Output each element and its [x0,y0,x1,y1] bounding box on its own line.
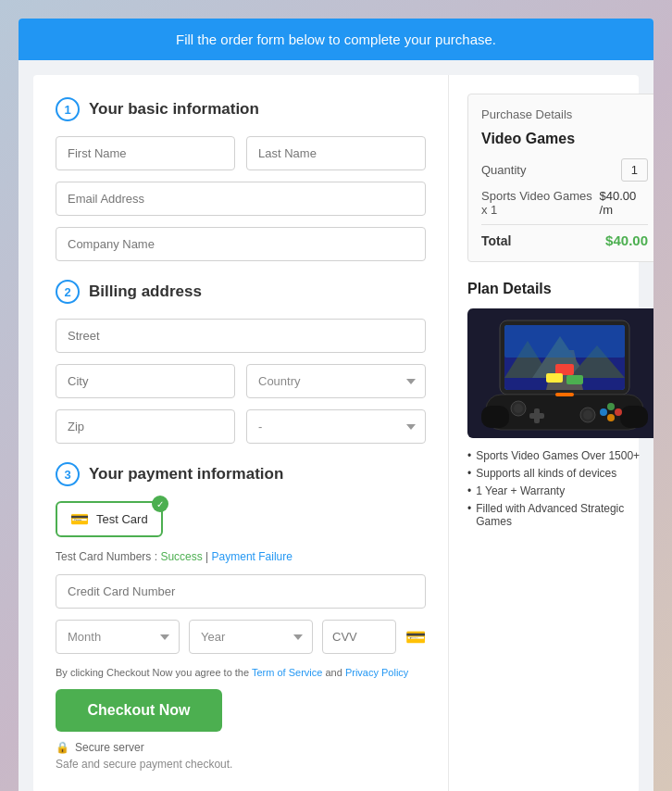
step1-circle: 1 [56,97,80,121]
terms-and: and [325,667,342,678]
email-input[interactable] [56,182,426,216]
terms-text: By clicking Checkout Now you agree to th… [56,667,426,678]
credit-card-input[interactable] [56,574,426,609]
total-row: Total $40.00 [481,232,648,248]
step1-header: 1 Your basic information [56,97,426,121]
card-option[interactable]: 💳 Test Card ✓ [56,501,163,537]
purchase-details-title: Purchase Details [481,107,648,121]
product-name: Video Games [481,131,648,147]
checkout-button[interactable]: Checkout Now [56,689,222,732]
total-price: $40.00 [605,232,648,248]
quantity-label: Quantity [481,163,526,177]
test-card-label: Test Card Numbers : [56,550,157,563]
svg-point-21 [607,403,615,410]
credit-card-icon: 💳 [405,627,426,647]
svg-rect-10 [546,373,563,383]
svg-rect-20 [529,413,544,419]
svg-rect-13 [481,406,509,428]
svg-rect-8 [504,325,625,358]
step2-header: 2 Billing address [56,280,426,304]
svg-point-22 [615,408,622,416]
main-content: 1 Your basic information [33,75,639,791]
city-country-row: Country [56,364,426,398]
country-select[interactable]: Country [246,364,426,398]
company-input[interactable] [56,227,426,261]
card-icon: 💳 [70,510,89,528]
zip-row: - [56,409,426,444]
plan-details-title: Plan Details [467,281,653,297]
section-payment: 3 Your payment information 💳 Test Card ✓… [56,462,426,771]
svg-point-23 [600,408,607,416]
step3-title: Your payment information [89,465,283,483]
state-select[interactable]: - [246,409,426,444]
email-row [56,182,426,216]
month-select[interactable]: Month [56,620,180,654]
year-select[interactable]: Year [189,620,313,654]
purchase-details-box: Purchase Details Video Games Quantity 1 … [467,94,653,262]
section-basic-info: 1 Your basic information [56,97,426,261]
feature-item-2: • Supports all kinds of devices [467,467,653,480]
secure-label: Secure server [75,741,144,754]
terms-prefix: By clicking Checkout Now you agree to th… [56,667,249,678]
step2-title: Billing address [89,282,202,301]
product-image [467,308,653,438]
last-name-input[interactable] [246,136,426,170]
privacy-link[interactable]: Privacy Policy [345,667,408,678]
divider [481,224,648,225]
features-list: • Sports Video Games Over 1500+ • Suppor… [467,449,653,528]
success-link[interactable]: Success [160,550,202,563]
svg-point-24 [607,414,615,421]
street-row [56,319,426,353]
feature-item-1: • Sports Video Games Over 1500+ [467,449,653,462]
feature-item-3: • 1 Year + Warranty [467,484,653,497]
cvv-row: Month Year 💳 [56,620,426,654]
separator: | [205,550,208,563]
terms-link[interactable]: Term of Service [252,667,322,678]
failure-link[interactable]: Payment Failure [212,550,292,563]
city-input[interactable] [56,364,235,398]
lock-icon: 🔒 [56,741,69,754]
svg-point-16 [514,404,523,413]
secure-info: 🔒 Secure server [56,741,426,754]
page-wrapper: Fill the order form below to complete yo… [19,19,653,791]
item-label: Sports Video Games x 1 [481,189,600,217]
company-row [56,227,426,261]
banner-text: Fill the order form below to complete yo… [176,31,496,47]
total-label: Total [481,233,511,248]
step2-circle: 2 [56,280,80,304]
credit-card-row [56,574,426,609]
right-panel: Purchase Details Video Games Quantity 1 … [449,75,653,791]
street-input[interactable] [56,319,426,353]
card-check-icon: ✓ [152,496,168,512]
svg-point-18 [583,410,592,420]
svg-rect-11 [566,375,583,384]
header-banner: Fill the order form below to complete yo… [19,19,653,60]
quantity-row: Quantity 1 [481,158,648,182]
cvv-input[interactable] [322,620,396,654]
left-panel: 1 Your basic information [33,75,449,791]
first-name-input[interactable] [56,136,235,170]
section-billing: 2 Billing address Country - [56,280,426,444]
safe-label: Safe and secure payment checkout. [56,758,426,771]
step3-circle: 3 [56,462,80,486]
item-price-row: Sports Video Games x 1 $40.00 /m [481,189,648,217]
zip-input[interactable] [56,409,235,444]
feature-item-4: • Filled with Advanced Strategic Games [467,502,653,528]
step1-title: Your basic information [89,100,259,119]
plan-details: Plan Details [467,281,653,528]
item-price: $40.00 /m [600,189,648,217]
card-label: Test Card [96,512,148,526]
test-card-info: Test Card Numbers : Success | Payment Fa… [56,550,426,563]
step3-header: 3 Your payment information [56,462,426,486]
svg-rect-25 [555,393,574,396]
svg-rect-14 [620,406,648,428]
quantity-box[interactable]: 1 [621,158,648,182]
name-row [56,136,426,170]
